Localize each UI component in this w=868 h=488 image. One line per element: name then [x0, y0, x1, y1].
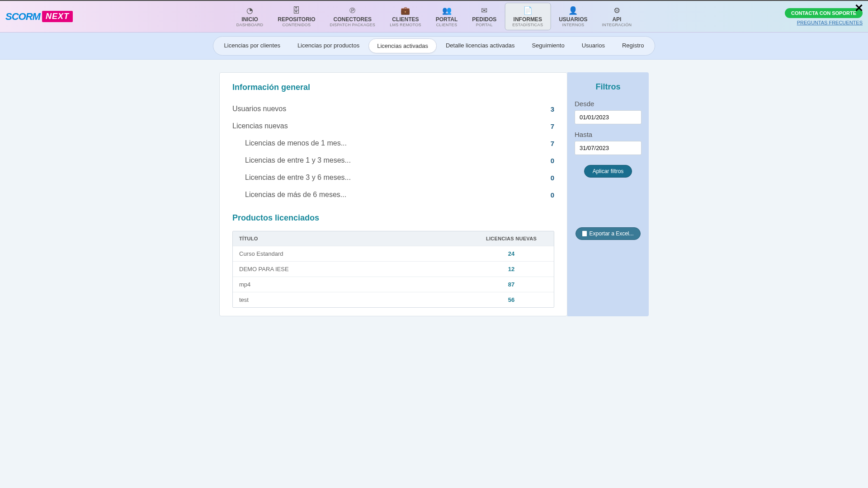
nav-icon: ✉	[481, 6, 487, 15]
from-date-input[interactable]	[575, 110, 642, 124]
nav-item-clientes[interactable]: 💼CLIENTESLMS REMOTOS	[382, 1, 429, 32]
td-title: mp4	[239, 281, 475, 288]
nav-sublabel: DASHBOARD	[236, 23, 264, 27]
td-title: DEMO PARA IESE	[239, 266, 475, 272]
nav-item-conectores[interactable]: ℗CONECTORESDISPATCH PACKAGES	[323, 1, 383, 32]
info-label: Licencias de entre 1 y 3 meses...	[245, 156, 351, 164]
info-label: Licencias de más de 6 meses...	[245, 191, 346, 199]
nav-item-informes[interactable]: 📄INFORMESESTADÍSTICAS	[505, 3, 551, 30]
nav-sublabel: CLIENTES	[436, 23, 457, 27]
nav-sublabel: INTEGRACIÓN	[602, 23, 632, 27]
info-label: Licencias nuevas	[232, 122, 288, 130]
nav-label: INICIO	[241, 16, 258, 23]
td-licenses: 24	[475, 250, 547, 257]
info-row: Licencias de entre 1 y 3 meses...0	[232, 152, 554, 169]
nav-sublabel: ESTADÍSTICAS	[512, 23, 543, 27]
nav-item-api[interactable]: ⚙APIINTEGRACIÓN	[595, 1, 639, 32]
td-licenses: 56	[475, 296, 547, 303]
nav-item-repositorio[interactable]: 🗄REPOSITORIOCONTENIDOS	[270, 1, 322, 32]
close-button[interactable]: ✕	[854, 2, 863, 14]
table-row: DEMO PARA IESE12	[233, 261, 554, 277]
nav-label: INFORMES	[514, 16, 542, 23]
header: SCORM NEXT ◔INICIODASHBOARD🗄REPOSITORIOC…	[0, 1, 868, 33]
to-label: Hasta	[575, 131, 642, 138]
td-title: Curso Estandard	[239, 250, 475, 257]
table-header: TÍTULO LICENCIAS NUEVAS	[233, 231, 554, 246]
logo[interactable]: SCORM NEXT	[5, 11, 73, 23]
info-row: Licencias nuevas7	[232, 117, 554, 135]
header-right: CONTACTA CON SOPORTE PREGUNTAS FRECUENTE…	[785, 8, 863, 25]
info-value: 3	[551, 105, 554, 113]
info-label: Licencias de menos de 1 mes...	[245, 139, 347, 147]
products-title: Productos licenciados	[232, 213, 554, 223]
subnav-pill[interactable]: Licencias por clientes	[216, 38, 288, 53]
th-title: TÍTULO	[239, 236, 475, 241]
info-title: Información general	[232, 83, 554, 92]
nav-label: PORTAL	[436, 16, 458, 23]
info-row: Licencias de más de 6 meses...0	[232, 186, 554, 203]
subnav-pill[interactable]: Usuarios	[574, 38, 613, 53]
nav-item-usuarios[interactable]: 👤USUARIOSINTERNOS	[552, 1, 594, 32]
main-nav: ◔INICIODASHBOARD🗄REPOSITORIOCONTENIDOS℗C…	[229, 1, 639, 32]
info-value: 0	[551, 191, 554, 199]
export-label: Exportar a Excel...	[589, 230, 633, 237]
subnav-pill[interactable]: Licencias por productos	[289, 38, 368, 53]
nav-sublabel: CONTENIDOS	[282, 23, 311, 27]
faq-link[interactable]: PREGUNTAS FRECUENTES	[797, 20, 863, 25]
subnav-pill[interactable]: Licencias activadas	[368, 38, 437, 53]
info-value: 0	[551, 157, 554, 164]
nav-icon: 💼	[401, 6, 410, 15]
products-table: TÍTULO LICENCIAS NUEVAS Curso Estandard2…	[232, 231, 554, 308]
sub-nav-pills: Licencias por clientesLicencias por prod…	[213, 36, 656, 56]
td-licenses: 87	[475, 281, 547, 288]
contact-support-button[interactable]: CONTACTA CON SOPORTE	[785, 8, 863, 18]
panel-wrap: Información general Usuarios nuevos3Lice…	[219, 72, 649, 316]
subnav-pill[interactable]: Seguimiento	[524, 38, 572, 53]
nav-label: API	[612, 16, 621, 23]
info-row: Licencias de entre 3 y 6 meses...0	[232, 169, 554, 186]
filters-title: Filtros	[575, 82, 642, 92]
logo-part-2: NEXT	[42, 11, 73, 22]
nav-icon: 👥	[442, 6, 452, 15]
nav-icon: ℗	[349, 6, 356, 15]
info-value: 7	[551, 122, 554, 130]
to-date-input[interactable]	[575, 141, 642, 155]
nav-label: CLIENTES	[392, 16, 419, 23]
nav-icon: 🗄	[292, 6, 300, 15]
nav-item-inicio[interactable]: ◔INICIODASHBOARD	[229, 1, 271, 32]
content: Información general Usuarios nuevos3Lice…	[0, 60, 868, 316]
info-value: 7	[551, 140, 554, 147]
subnav-pill[interactable]: Registro	[614, 38, 652, 53]
nav-icon: 👤	[568, 6, 578, 15]
table-row: mp487	[233, 277, 554, 292]
info-value: 0	[551, 174, 554, 182]
nav-sublabel: PORTAL	[476, 23, 493, 27]
table-row: test56	[233, 292, 554, 307]
nav-icon: 📄	[523, 6, 533, 15]
sub-nav: Licencias por clientesLicencias por prod…	[0, 33, 868, 60]
td-licenses: 12	[475, 266, 547, 272]
from-label: Desde	[575, 100, 642, 108]
apply-filters-button[interactable]: Aplicar filtros	[584, 165, 632, 178]
th-licenses: LICENCIAS NUEVAS	[475, 236, 547, 241]
subnav-pill[interactable]: Detalle licencias activadas	[438, 38, 523, 53]
nav-label: CONECTORES	[334, 16, 372, 23]
filters-panel: Filtros Desde Hasta Aplicar filtros Expo…	[567, 72, 649, 316]
nav-sublabel: INTERNOS	[562, 23, 584, 27]
nav-icon: ⚙	[613, 6, 620, 15]
nav-item-pedidos[interactable]: ✉PEDIDOSPORTAL	[465, 1, 504, 32]
info-row: Licencias de menos de 1 mes...7	[232, 135, 554, 152]
nav-icon: ◔	[246, 6, 253, 15]
file-icon	[582, 231, 587, 236]
logo-part-1: SCORM	[5, 11, 40, 23]
nav-label: USUARIOS	[559, 16, 587, 23]
nav-label: PEDIDOS	[472, 16, 496, 23]
info-label: Licencias de entre 3 y 6 meses...	[245, 174, 351, 182]
nav-item-portal[interactable]: 👥PORTALCLIENTES	[429, 1, 465, 32]
nav-label: REPOSITORIO	[278, 16, 315, 23]
info-row: Usuarios nuevos3	[232, 100, 554, 117]
export-excel-button[interactable]: Exportar a Excel...	[576, 227, 640, 240]
td-title: test	[239, 296, 475, 303]
info-label: Usuarios nuevos	[232, 105, 286, 113]
table-row: Curso Estandard24	[233, 246, 554, 261]
